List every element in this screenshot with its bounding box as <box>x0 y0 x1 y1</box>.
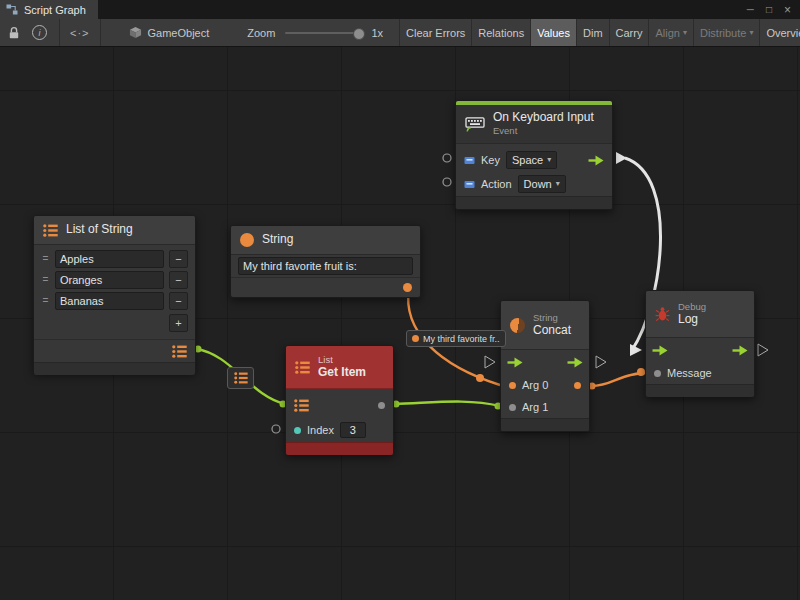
node-footer <box>456 196 612 209</box>
graph-toolbar: i <·> GameObject Zoom 1x Clear Errors Re… <box>0 19 800 47</box>
keycode-type-icon <box>464 180 475 189</box>
values-label: Values <box>537 27 570 39</box>
add-item-button[interactable]: + <box>169 314 188 332</box>
keyboard-icon <box>465 117 485 132</box>
node-footer <box>501 418 589 431</box>
relations-button[interactable]: Relations <box>471 19 530 46</box>
lock-icon[interactable] <box>8 26 20 40</box>
dim-button[interactable]: Dim <box>576 19 609 46</box>
node-footer <box>34 362 195 375</box>
string-type-icon <box>510 318 525 333</box>
node-debug-log[interactable]: Debug Log Message <box>645 290 755 397</box>
toolbar-separator <box>59 19 60 46</box>
string-type-icon <box>412 335 419 342</box>
tab-script-graph[interactable]: Script Graph <box>0 0 98 19</box>
node-header[interactable]: List Get Item <box>286 346 393 389</box>
node-title: List of String <box>66 223 133 237</box>
node-header[interactable]: String <box>231 226 420 255</box>
window-close-button[interactable]: × <box>784 3 791 17</box>
code-icon[interactable]: <·> <box>70 27 90 39</box>
list-item-field-0[interactable]: Apples <box>55 250 164 268</box>
flow-out-port[interactable] <box>588 155 604 166</box>
carry-button[interactable]: Carry <box>609 19 649 46</box>
remove-item-button-2[interactable]: − <box>169 292 188 310</box>
node-header[interactable]: On Keyboard Input Event <box>456 105 612 144</box>
action-label: Action <box>481 178 512 190</box>
node-concat[interactable]: String Concat Arg 0 Arg 1 <box>500 300 590 432</box>
zoom-slider[interactable] <box>285 32 363 34</box>
carry-label: Carry <box>616 27 643 39</box>
distribute-label: Distribute <box>700 27 746 39</box>
key-label: Key <box>481 154 500 166</box>
arg0-label: Arg 0 <box>522 379 548 391</box>
remove-item-button-0[interactable]: − <box>169 250 188 268</box>
remove-item-button-1[interactable]: − <box>169 271 188 289</box>
caret-down-icon: ▾ <box>749 29 753 37</box>
node-get-item[interactable]: List Get Item Index 3 <box>285 345 394 455</box>
zoom-knob[interactable] <box>353 28 365 40</box>
gameobject-icon <box>129 26 142 39</box>
message-label: Message <box>667 367 712 379</box>
wire-value-badge-string: My third favorite fr... <box>406 330 506 347</box>
list-input-port[interactable] <box>294 399 309 412</box>
node-title: Concat <box>533 324 571 338</box>
arg0-input-port[interactable] <box>509 382 516 389</box>
node-title: String <box>262 233 293 247</box>
node-title: On Keyboard Input <box>493 111 594 125</box>
clear-errors-label: Clear Errors <box>406 27 465 39</box>
overview-button[interactable]: Overview <box>759 19 800 46</box>
list-icon <box>234 372 248 384</box>
script-graph-icon <box>6 4 18 15</box>
keycode-type-icon <box>464 156 475 165</box>
node-header[interactable]: String Concat <box>501 301 589 350</box>
node-title: Get Item <box>318 366 366 380</box>
flow-out-port[interactable] <box>732 345 748 356</box>
caret-down-icon: ▾ <box>683 29 687 37</box>
list-output-port[interactable] <box>172 345 187 358</box>
flow-in-port[interactable] <box>652 345 668 356</box>
node-string-literal[interactable]: String My third favorite fruit is: <box>230 225 421 298</box>
flow-out-port[interactable] <box>567 357 583 368</box>
caret-down-icon: ▾ <box>556 180 560 188</box>
node-header[interactable]: List of String <box>34 216 195 245</box>
action-value: Down <box>524 178 552 190</box>
key-dropdown[interactable]: Space ▾ <box>506 151 557 169</box>
list-icon <box>43 224 58 237</box>
flow-in-port[interactable] <box>507 357 523 368</box>
node-footer <box>646 384 754 397</box>
item-output-port[interactable] <box>378 402 385 409</box>
node-footer <box>286 442 393 455</box>
values-button[interactable]: Values <box>530 19 576 46</box>
list-item-field-2[interactable]: Bananas <box>55 292 164 310</box>
string-output-port[interactable] <box>403 283 412 292</box>
info-icon[interactable]: i <box>32 25 47 40</box>
index-value-field[interactable]: 3 <box>340 422 366 438</box>
index-label: Index <box>307 424 334 436</box>
zoom-value: 1x <box>371 27 383 39</box>
node-on-keyboard-input[interactable]: On Keyboard Input Event Key Space ▾ Acti… <box>455 100 613 210</box>
list-item-field-1[interactable]: Oranges <box>55 271 164 289</box>
distribute-button[interactable]: Distribute▾ <box>693 19 759 46</box>
drag-handle-icon[interactable]: = <box>41 253 50 264</box>
action-dropdown[interactable]: Down ▾ <box>518 175 566 193</box>
list-icon <box>295 361 310 374</box>
caret-down-icon: ▾ <box>547 156 551 164</box>
window-controls: ─ □ × <box>747 0 800 19</box>
result-output-port[interactable] <box>574 382 581 389</box>
overview-label: Overview <box>766 27 800 39</box>
gameobject-label[interactable]: GameObject <box>148 27 210 39</box>
node-list-of-string[interactable]: List of String = Apples − = Oranges − = … <box>33 215 196 373</box>
drag-handle-icon[interactable]: = <box>41 274 50 285</box>
node-header[interactable]: Debug Log <box>646 291 754 338</box>
wire-value-badge-list <box>227 367 254 389</box>
message-input-port[interactable] <box>654 370 661 377</box>
drag-handle-icon[interactable]: = <box>41 295 50 306</box>
align-button[interactable]: Align▾ <box>648 19 692 46</box>
window-minimize-button[interactable]: ─ <box>747 4 754 15</box>
window-maximize-button[interactable]: □ <box>766 4 772 15</box>
arg1-input-port[interactable] <box>509 404 516 411</box>
index-input-port[interactable] <box>294 427 301 434</box>
tab-title: Script Graph <box>24 4 86 16</box>
string-value-field[interactable]: My third favorite fruit is: <box>238 257 413 275</box>
clear-errors-button[interactable]: Clear Errors <box>399 19 471 46</box>
